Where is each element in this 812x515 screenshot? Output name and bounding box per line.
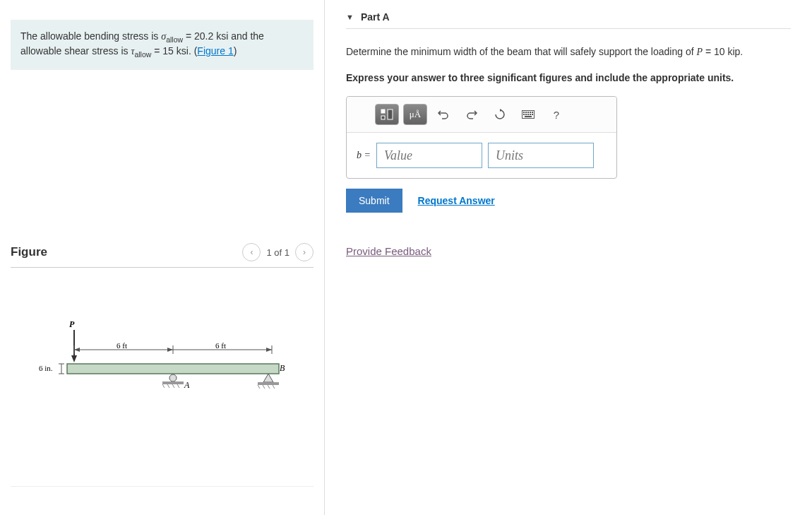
close-paren: ) [234,45,237,57]
svg-line-24 [268,385,270,389]
allow-sub: allow [166,35,183,44]
figure-next-button[interactable]: › [295,243,314,261]
svg-rect-28 [388,109,393,119]
svg-line-16 [162,384,165,388]
variable-label: b = [357,150,371,161]
problem-statement: The allowable bending stress is σallow =… [11,20,314,70]
svg-rect-41 [525,116,532,117]
reset-icon [494,109,506,120]
p-value: = 10 kip [703,46,740,57]
span2-label: 6 ft [215,341,226,350]
svg-line-23 [263,385,265,389]
svg-rect-33 [527,112,529,113]
sigma-value: = 20.2 ksi [183,30,228,42]
action-row: Submit Request Answer [346,189,791,213]
answer-box: μÅ ? b = [346,96,617,179]
svg-rect-26 [381,109,385,113]
figure-page-indicator: 1 of 1 [266,247,289,258]
beam-diagram-svg: 6 in. P 6 ft [18,317,286,402]
answer-toolbar: μÅ ? [347,97,616,133]
redo-button[interactable] [460,104,484,125]
span1-label: 6 ft [117,341,127,350]
svg-rect-37 [525,114,527,115]
svg-rect-40 [532,114,533,115]
svg-rect-32 [525,112,527,113]
answer-input-row: b = [347,133,616,178]
svg-rect-15 [162,381,184,384]
svg-rect-35 [532,112,533,113]
request-answer-link[interactable]: Request Answer [418,195,495,206]
svg-point-14 [169,374,177,381]
tau-value: = 15 ksi [151,45,189,57]
units-input[interactable] [488,143,594,168]
keyboard-button[interactable] [516,104,540,125]
reset-button[interactable] [488,104,512,125]
redo-icon [466,109,477,120]
allow-sub2: allow [134,50,151,59]
figure-diagram: 6 in. P 6 ft [11,268,314,411]
value-input[interactable] [376,143,482,168]
support-b-label: B [280,363,285,373]
svg-marker-5 [71,355,77,362]
svg-line-19 [177,384,179,388]
figure-link[interactable]: Figure 1 [197,45,233,57]
template-button[interactable] [375,104,399,125]
figure-viewport[interactable]: 6 in. P 6 ft [11,268,314,487]
load-p-label: P [69,319,75,329]
depth-label: 6 in. [39,364,53,372]
figure-nav: ‹ 1 of 1 › [242,243,314,261]
svg-marker-13 [266,348,272,352]
svg-marker-10 [167,348,173,352]
svg-rect-21 [258,382,279,385]
q-end: . [740,46,743,57]
keyboard-icon [522,110,535,119]
undo-icon [438,109,449,120]
fraction-icon [380,108,394,121]
svg-line-17 [167,384,169,388]
p-symbol: P [696,47,703,57]
svg-marker-20 [263,374,273,382]
svg-line-25 [273,385,275,389]
problem-text: The allowable bending stress is [20,30,161,42]
svg-rect-31 [523,112,525,113]
help-button[interactable]: ? [544,104,568,125]
provide-feedback-link[interactable]: Provide Feedback [346,245,431,257]
part-a-title: Part A [361,11,390,23]
question-text: Determine the minimum width of the beam … [346,45,791,59]
units-button[interactable]: μÅ [403,104,427,125]
right-panel: ▼ Part A Determine the minimum width of … [325,0,812,515]
undo-button[interactable] [431,104,455,125]
svg-rect-36 [523,114,525,115]
figure-section: Figure ‹ 1 of 1 › 6 in. [0,243,324,515]
svg-marker-9 [74,348,80,352]
period: . ( [189,45,197,57]
figure-prev-button[interactable]: ‹ [242,243,261,261]
svg-rect-39 [530,114,531,115]
support-a-label: A [184,380,190,390]
svg-line-18 [172,384,174,388]
svg-rect-34 [530,112,531,113]
collapse-icon: ▼ [346,13,354,21]
figure-header: Figure ‹ 1 of 1 › [11,243,314,268]
svg-rect-27 [381,116,385,119]
answer-instruction: Express your answer to three significant… [346,72,791,83]
submit-button[interactable]: Submit [346,189,402,213]
left-panel: The allowable bending stress is σallow =… [0,0,325,515]
svg-line-22 [258,385,260,389]
question-a: Determine the minimum width of the beam … [346,46,696,57]
svg-marker-29 [500,109,502,112]
figure-title: Figure [11,245,47,259]
svg-rect-38 [527,114,529,115]
part-a-header[interactable]: ▼ Part A [346,11,791,29]
svg-rect-0 [67,364,279,374]
